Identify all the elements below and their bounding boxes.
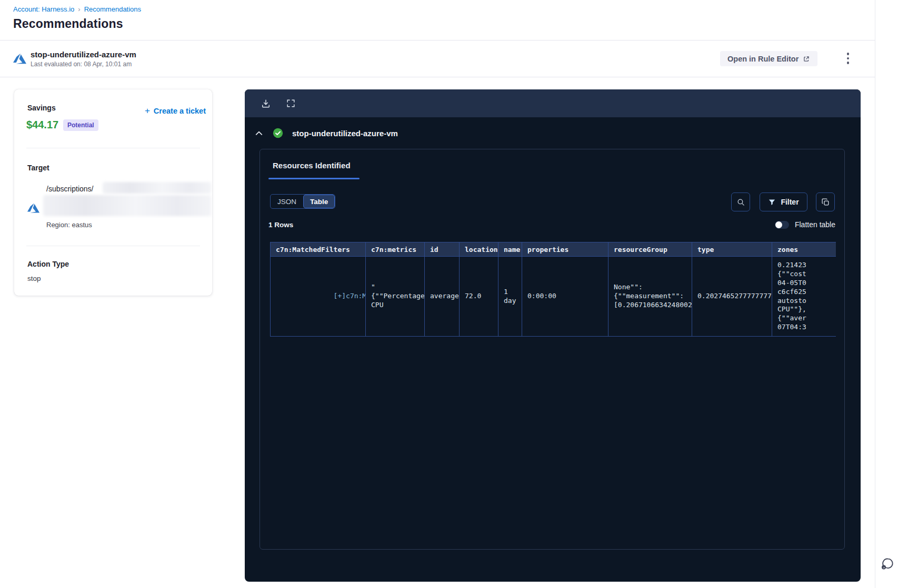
page-title: Recommendations (13, 17, 123, 31)
cell-properties: 0:00:00 (522, 257, 608, 337)
resources-identified-card: Resources Identified JSON Table Filter 1… (260, 149, 845, 550)
target-label: Target (27, 164, 49, 172)
cell-line: None"": (614, 283, 686, 292)
col-header-zones[interactable]: zones (772, 242, 836, 257)
panel-header: stop-underutilized-azure-vm (245, 117, 861, 149)
support-chat-button[interactable] (879, 555, 896, 572)
col-header-metrics[interactable]: c7n:metrics (366, 242, 425, 257)
potential-badge: Potential (63, 119, 98, 131)
breadcrumb-current-link[interactable]: Recommendations (84, 5, 141, 13)
plus-icon: + (145, 106, 150, 116)
target-path: /subscriptions/ (46, 185, 93, 193)
external-link-icon (803, 55, 810, 63)
view-json-button[interactable]: JSON (271, 195, 303, 208)
cell-line: 04-05T0 (777, 279, 836, 288)
filter-funnel-icon (768, 198, 776, 206)
cell-line: {""cost (777, 270, 836, 279)
download-icon (261, 98, 271, 109)
cell-line: CPU""}, (777, 305, 836, 314)
cell-line: {""aver (777, 314, 836, 323)
target-region: Region: eastus (46, 221, 92, 229)
fullscreen-icon (286, 98, 296, 108)
cell-line: {""measurement"": (614, 292, 686, 301)
col-header-id[interactable]: id (425, 242, 460, 257)
view-mode-toggle: JSON Table (270, 194, 335, 209)
create-ticket-button[interactable]: + Create a ticket (145, 106, 206, 116)
flatten-table-toggle[interactable] (775, 221, 789, 229)
cell-type: 0.20274652777777777 (692, 257, 772, 337)
savings-value: $44.17 (26, 119, 58, 131)
tab-resources-identified[interactable]: Resources Identified (273, 161, 351, 170)
cell-line: 0.21423 (777, 261, 836, 270)
col-header-location[interactable]: location (460, 242, 498, 257)
open-rule-editor-button[interactable]: Open in Rule Editor (720, 51, 817, 66)
chevron-up-icon (255, 130, 263, 136)
cell-line: {""Percentage (371, 292, 419, 301)
tab-active-underline (268, 178, 360, 179)
redacted-target-text (103, 182, 211, 194)
divider (26, 148, 200, 148)
breadcrumb: Account: Harness.io › Recommendations (13, 5, 141, 13)
cell-line: 1 (504, 288, 516, 297)
success-check-icon (273, 128, 283, 138)
filter-button[interactable]: Filter (760, 192, 807, 211)
search-icon (736, 198, 745, 207)
action-type-label: Action Type (27, 260, 69, 268)
view-table-button[interactable]: Table (303, 195, 335, 208)
expand-matched-filters-link[interactable]: [+]c7n:MatchedFilters[] (334, 292, 366, 300)
recommendation-summary-card: Savings + Create a ticket $44.17 Potenti… (14, 89, 212, 296)
cell-zones: 0.21423{""cost04-05T0c6cf625autostoCPU""… (772, 257, 836, 337)
copy-button[interactable] (816, 192, 835, 211)
open-rule-editor-label: Open in Rule Editor (727, 55, 799, 63)
resources-panel: stop-underutilized-azure-vm Resources Id… (245, 89, 861, 582)
page-right-divider (875, 0, 875, 588)
cell-name: 1day (498, 257, 522, 337)
col-header-name[interactable]: name (498, 242, 522, 257)
resources-table: c7n:MatchedFilters c7n:metrics id locati… (270, 242, 836, 337)
azure-icon (27, 202, 39, 214)
table-row: [+]c7n:MatchedFilters[] "{""PercentageCP… (271, 257, 836, 337)
cell-line: 07T04:3 (777, 323, 836, 332)
collapse-button[interactable] (253, 128, 265, 138)
filter-label: Filter (781, 198, 799, 206)
cell-resource-group: None"":{""measurement"":[0.2067106634248… (608, 257, 692, 337)
recommendation-last-evaluated: Last evaluated on: 08 Apr, 10:01 am (31, 60, 132, 68)
panel-toolbar (245, 89, 861, 117)
fullscreen-button[interactable] (285, 97, 297, 109)
col-header-matched-filters[interactable]: c7n:MatchedFilters (271, 242, 366, 257)
cell-line: autosto (777, 297, 836, 306)
cell-line: CPU (371, 301, 419, 310)
recommendation-title: stop-underutilized-azure-vm (31, 50, 136, 59)
flatten-table-control: Flatten table (775, 220, 835, 229)
col-header-properties[interactable]: properties (522, 242, 608, 257)
cell-matched-filters: [+]c7n:MatchedFilters[] (271, 257, 366, 337)
breadcrumb-separator-icon: › (78, 5, 80, 13)
divider (26, 246, 200, 246)
more-options-button[interactable] (841, 49, 855, 68)
download-button[interactable] (260, 97, 272, 110)
rows-count: 1 Rows (268, 221, 293, 229)
recommendation-header: stop-underutilized-azure-vm Last evaluat… (0, 40, 875, 77)
breadcrumb-account-link[interactable]: Account: Harness.io (13, 5, 74, 13)
savings-label: Savings (27, 104, 56, 112)
create-ticket-label: Create a ticket (154, 107, 206, 115)
chat-bubble-icon (879, 556, 895, 572)
cell-line: " (371, 283, 419, 292)
table-header-row: c7n:MatchedFilters c7n:metrics id locati… (271, 242, 836, 257)
cell-line: day (504, 297, 516, 306)
cell-location: 72.0 (460, 257, 498, 337)
col-header-type[interactable]: type (692, 242, 772, 257)
cell-line: [0.20671066342480027 (614, 301, 686, 310)
col-header-resource-group[interactable]: resourceGroup (608, 242, 692, 257)
redacted-target-text (43, 195, 211, 216)
copy-icon (821, 198, 830, 207)
azure-icon (13, 52, 26, 65)
search-button[interactable] (731, 192, 750, 211)
panel-rule-title: stop-underutilized-azure-vm (292, 129, 398, 138)
cell-metrics: "{""PercentageCPU (366, 257, 425, 337)
resources-table-wrap[interactable]: c7n:MatchedFilters c7n:metrics id locati… (270, 242, 836, 337)
action-type-value: stop (27, 275, 41, 282)
divider (0, 77, 875, 77)
cell-line: c6cf625 (777, 288, 836, 297)
cell-id: average (425, 257, 460, 337)
